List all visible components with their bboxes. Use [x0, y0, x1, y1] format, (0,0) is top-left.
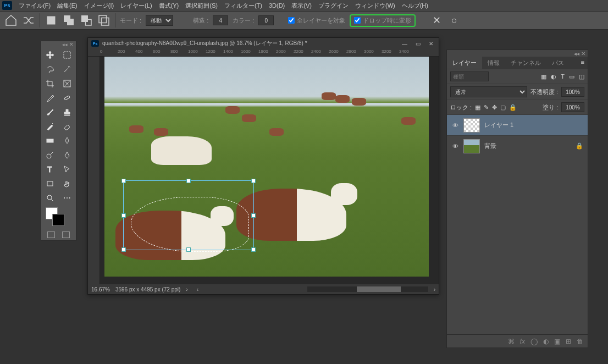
- move-tool[interactable]: [41, 48, 59, 62]
- screenmode-standard[interactable]: [47, 231, 55, 238]
- opacity-input[interactable]: [561, 87, 584, 97]
- edit-toolbar[interactable]: ⋯: [59, 191, 76, 205]
- scroll-left-icon[interactable]: ‹: [197, 286, 198, 293]
- subtract-selection-icon[interactable]: [80, 14, 93, 27]
- eraser-tool[interactable]: [59, 119, 76, 134]
- frame-tool[interactable]: [59, 76, 76, 91]
- new-selection-icon[interactable]: [45, 14, 58, 27]
- menu-edit[interactable]: 編集(E): [54, 2, 81, 10]
- menu-select[interactable]: 選択範囲(S): [182, 2, 221, 10]
- blur-tool[interactable]: [59, 134, 76, 148]
- lasso-tool[interactable]: [41, 62, 59, 76]
- transform-on-drop-checkbox[interactable]: ドロップ時に変形: [354, 16, 411, 25]
- filter-shape-icon[interactable]: ▭: [569, 73, 574, 80]
- stamp-tool[interactable]: [59, 105, 76, 119]
- tab-info[interactable]: 情報: [482, 57, 505, 69]
- transform-handle-s[interactable]: [186, 247, 191, 252]
- transform-handle-se[interactable]: [251, 247, 256, 252]
- menu-help[interactable]: ヘルプ(H): [399, 2, 432, 10]
- layer-name[interactable]: 背景: [484, 142, 496, 150]
- document-dimensions[interactable]: 3596 px x 4495 px (72 ppi): [115, 286, 180, 293]
- commit-icon[interactable]: ○: [447, 14, 461, 27]
- shape-tool[interactable]: [41, 177, 59, 191]
- filter-image-icon[interactable]: ▦: [541, 73, 546, 80]
- background-swatch[interactable]: [52, 214, 64, 226]
- adjustment-layer-icon[interactable]: ◐: [543, 338, 549, 345]
- menu-filter[interactable]: フィルター(T): [221, 2, 266, 10]
- healing-tool[interactable]: [59, 91, 76, 105]
- gradient-tool[interactable]: [41, 134, 59, 148]
- menu-3d[interactable]: 3D(D): [266, 2, 288, 9]
- panel-menu-icon[interactable]: ≡: [578, 57, 588, 69]
- dodge-tool[interactable]: [41, 148, 59, 162]
- lock-paint-icon[interactable]: ✎: [484, 104, 489, 111]
- menu-image[interactable]: イメージ(I): [81, 2, 117, 10]
- screenmode-mask[interactable]: [62, 231, 70, 238]
- layer-mask-icon[interactable]: ◯: [530, 338, 538, 345]
- transform-handle-sw[interactable]: [121, 247, 126, 252]
- eyedropper-tool[interactable]: [41, 91, 59, 105]
- history-brush-tool[interactable]: [41, 119, 59, 134]
- layer-thumbnail[interactable]: [463, 139, 480, 153]
- status-chevron-icon[interactable]: ›: [186, 286, 187, 293]
- marquee-tool[interactable]: [59, 48, 76, 62]
- layer-name[interactable]: レイヤー 1: [484, 121, 513, 129]
- menu-file[interactable]: ファイル(F): [15, 2, 54, 10]
- lock-position-icon[interactable]: ✥: [492, 104, 497, 111]
- tab-channels[interactable]: チャンネル: [505, 57, 546, 69]
- transform-handle-w[interactable]: [121, 213, 126, 218]
- home-icon[interactable]: [4, 14, 18, 27]
- delete-layer-icon[interactable]: 🗑: [577, 338, 583, 345]
- wand-tool[interactable]: [59, 62, 76, 76]
- menu-type[interactable]: 書式(Y): [156, 2, 183, 10]
- vertical-ruler[interactable]: [88, 57, 100, 284]
- menu-plugin[interactable]: プラグイン: [315, 2, 352, 10]
- menu-view[interactable]: 表示(V): [288, 2, 315, 10]
- hand-tool[interactable]: [59, 177, 76, 191]
- add-selection-icon[interactable]: [62, 14, 75, 27]
- color-swatches[interactable]: [41, 205, 76, 229]
- path-select-tool[interactable]: [59, 162, 76, 177]
- panel-header[interactable]: ◂◂ ✕: [447, 50, 588, 57]
- canvas[interactable]: [100, 57, 439, 284]
- transform-bounding-box[interactable]: [123, 180, 254, 250]
- blend-mode-select[interactable]: 通常: [450, 86, 527, 97]
- minimize-icon[interactable]: —: [400, 41, 409, 47]
- tab-layers[interactable]: レイヤー: [447, 57, 482, 69]
- color-input[interactable]: [258, 15, 274, 25]
- close-icon[interactable]: ✕: [427, 41, 435, 47]
- mode-select[interactable]: 移動: [146, 15, 173, 26]
- filter-type-icon[interactable]: T: [561, 73, 565, 80]
- visibility-icon[interactable]: 👁: [451, 143, 459, 150]
- horizontal-ruler[interactable]: 0200400600800100012001400160018002000220…: [88, 49, 439, 57]
- maximize-icon[interactable]: ▭: [413, 41, 422, 47]
- horizontal-scrollbar[interactable]: [307, 286, 428, 292]
- layer-filter-input[interactable]: [450, 71, 489, 81]
- filter-adjust-icon[interactable]: ◐: [551, 73, 556, 80]
- transform-handle-e[interactable]: [251, 213, 256, 218]
- layer-item[interactable]: 👁 背景 🔒: [447, 135, 588, 156]
- layer-thumbnail[interactable]: [463, 118, 480, 133]
- zoom-tool[interactable]: [41, 191, 59, 205]
- brush-tool[interactable]: [41, 105, 59, 119]
- document-titlebar[interactable]: Ps quaritsch-photography-N8A0Dwp9_CI-uns…: [88, 38, 439, 49]
- all-layers-checkbox[interactable]: 全レイヤーを対象: [288, 16, 345, 25]
- layer-fx-icon[interactable]: fx: [520, 338, 525, 345]
- transform-handle-ne[interactable]: [251, 179, 256, 183]
- transform-handle-n[interactable]: [186, 179, 191, 183]
- toolbox-header[interactable]: ◂◂ ✕: [41, 41, 76, 48]
- scroll-right-icon[interactable]: ›: [434, 286, 435, 293]
- menu-layer[interactable]: レイヤー(L): [117, 2, 155, 10]
- zoom-level[interactable]: 16.67%: [91, 286, 110, 293]
- tab-paths[interactable]: パス: [546, 57, 570, 69]
- menu-window[interactable]: ウィンドウ(W): [352, 2, 399, 10]
- structure-input[interactable]: [213, 15, 228, 25]
- transform-handle-nw[interactable]: [121, 179, 126, 183]
- layer-item[interactable]: 👁 レイヤー 1: [447, 114, 588, 135]
- intersect-selection-icon[interactable]: [97, 14, 110, 27]
- fill-input[interactable]: [561, 102, 584, 112]
- lock-all-icon[interactable]: 🔒: [509, 104, 517, 111]
- type-tool[interactable]: T: [41, 162, 59, 177]
- filter-smart-icon[interactable]: ◫: [579, 73, 584, 80]
- crop-tool[interactable]: [41, 76, 59, 91]
